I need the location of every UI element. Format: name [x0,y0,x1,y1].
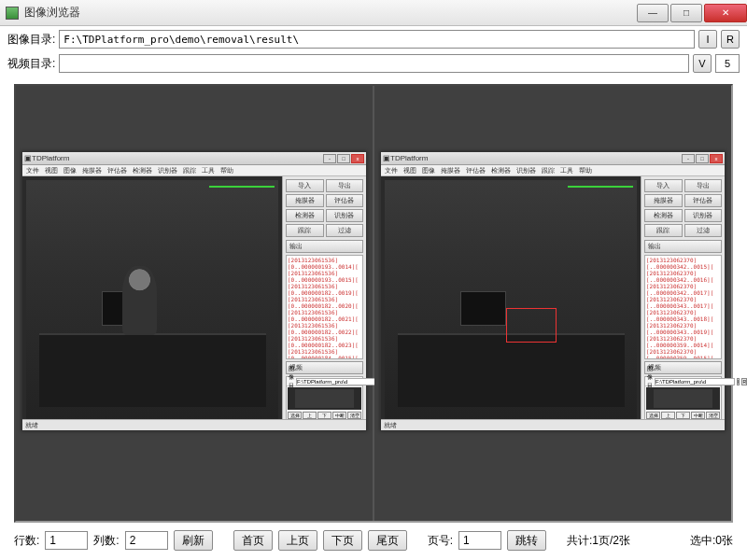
mini-titlebar: ▣ TDPlatform - □ x [22,152,366,165]
person-icon [122,266,158,335]
bottom-toolbar: 行数: 列数: 刷新 首页 上页 下页 尾页 页号: 跳转 共计:1页/2张 选… [0,526,747,554]
cols-input[interactable] [125,531,168,550]
jump-button[interactable]: 跳转 [507,530,546,551]
image-dir-R-button[interactable]: R [721,30,740,49]
mini-status: 就绪 [381,419,725,430]
selected-label: 选中:0张 [690,533,733,549]
close-button[interactable]: ✕ [704,4,747,22]
prev-page-button[interactable]: 上页 [278,530,317,551]
maximize-button[interactable]: □ [670,4,702,22]
video-num-input[interactable] [715,54,740,73]
minimize-button[interactable]: — [637,4,669,22]
thumbnail-left: ▣ TDPlatform - □ x 文件视图图像掩膜器评估器检测器识别器跟踪工… [21,151,367,431]
green-line-icon [568,186,633,188]
mini-close-icon: x [710,154,723,163]
grid-cell-1[interactable]: ▣ TDPlatform - □ x 文件视图图像掩膜器评估器检测器识别器跟踪工… [374,86,731,521]
grid-cell-0[interactable]: ▣ TDPlatform - □ x 文件视图图像掩膜器评估器检测器识别器跟踪工… [16,86,374,521]
mini-title: TDPlatform [32,154,323,162]
video-dir-V-button[interactable]: V [693,54,712,73]
mini-side-panel: 导入导出 掩膜器评估器 检测器识别器 跟踪过滤 输出 [201312306237… [641,176,725,430]
mini-status: 就绪 [22,419,366,430]
mini-title: TDPlatform [390,154,682,162]
next-page-button[interactable]: 下页 [323,530,362,551]
first-page-button[interactable]: 首页 [233,530,273,551]
image-dir-input[interactable] [59,30,695,49]
image-dir-row: 图像目录: I R [0,26,747,50]
mini-max-icon: □ [696,154,709,163]
window-title: 图像浏览器 [24,5,635,21]
video-dir-row: 视频目录: V [0,50,747,75]
app-icon [6,7,19,20]
mini-video-right [381,176,641,430]
detection-box-icon [506,308,557,343]
green-line-icon [209,186,275,188]
page-input[interactable] [458,531,501,550]
app-icon: ▣ [24,154,32,162]
refresh-button[interactable]: 刷新 [174,530,213,551]
window-titlebar: 图像浏览器 — □ ✕ [0,0,747,26]
rows-label: 行数: [14,533,39,549]
mini-menubar: 文件视图图像掩膜器评估器检测器识别器跟踪工具帮助 [381,165,725,176]
mini-close-icon: x [351,154,364,163]
mini-max-icon: □ [337,154,350,163]
mini-min-icon: - [682,154,695,163]
mini-min-icon: - [323,154,336,163]
mini-titlebar: ▣ TDPlatform - □ x [381,152,725,165]
rows-input[interactable] [45,531,88,550]
image-dir-I-button[interactable]: I [698,30,717,49]
video-dir-label: 视频目录: [7,56,55,72]
log-area-left: [2013123061536][0..000000193..0014][[201… [286,255,363,359]
page-label: 页号: [428,533,453,549]
cols-label: 列数: [93,533,119,549]
thumbnail-right: ▣ TDPlatform - □ x 文件视图图像掩膜器评估器检测器识别器跟踪工… [380,151,726,431]
video-dir-input[interactable] [59,54,689,73]
image-dir-label: 图像目录: [7,32,55,48]
mini-menubar: 文件视图图像掩膜器评估器检测器识别器跟踪工具帮助 [22,165,366,176]
mini-video-left [22,176,282,430]
image-grid: ▣ TDPlatform - □ x 文件视图图像掩膜器评估器检测器识别器跟踪工… [14,84,733,523]
last-page-button[interactable]: 尾页 [368,530,407,551]
app-icon: ▣ [383,154,390,162]
window-controls: — □ ✕ [635,4,747,22]
total-label: 共计:1页/2张 [567,533,630,549]
mini-side-panel: 导入导出 掩膜器评估器 检测器识别器 跟踪过滤 输出 [201312306153… [282,176,366,430]
log-area-right: [2013123062370][..000000342..0015][[2013… [644,255,722,359]
